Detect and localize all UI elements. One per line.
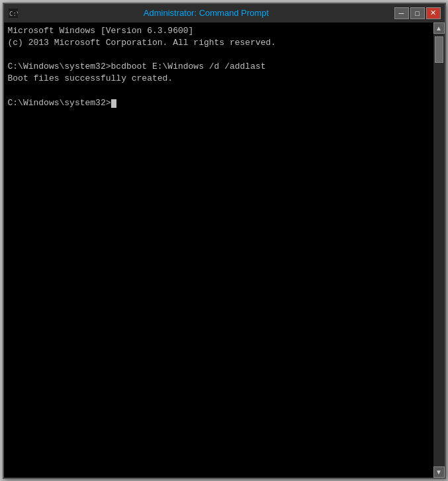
title-bar: C:\ Administrator: Command Prompt ─ □ ✕ (4, 4, 445, 22)
scrollbar-thumb[interactable] (435, 36, 443, 63)
maximize-button[interactable]: □ (410, 7, 425, 19)
scrollbar-track[interactable] (433, 34, 445, 466)
close-button[interactable]: ✕ (426, 7, 441, 19)
cmd-window: C:\ Administrator: Command Prompt ─ □ ✕ … (3, 3, 446, 479)
terminal-output: Microsoft Windows [Version 6.3.9600] (c)… (8, 25, 429, 109)
cmd-icon: C:\ (8, 8, 19, 19)
window-title: Administrator: Command Prompt (19, 8, 394, 18)
scroll-down-button[interactable]: ▼ (433, 466, 445, 478)
scroll-up-button[interactable]: ▲ (433, 22, 445, 34)
terminal-content[interactable]: Microsoft Windows [Version 6.3.9600] (c)… (4, 22, 433, 478)
scrollbar[interactable]: ▲ ▼ (433, 22, 445, 478)
terminal-wrapper[interactable]: Microsoft Windows [Version 6.3.9600] (c)… (4, 22, 445, 478)
window-controls: ─ □ ✕ (394, 7, 441, 19)
svg-text:C:\: C:\ (9, 11, 18, 17)
minimize-button[interactable]: ─ (394, 7, 409, 19)
